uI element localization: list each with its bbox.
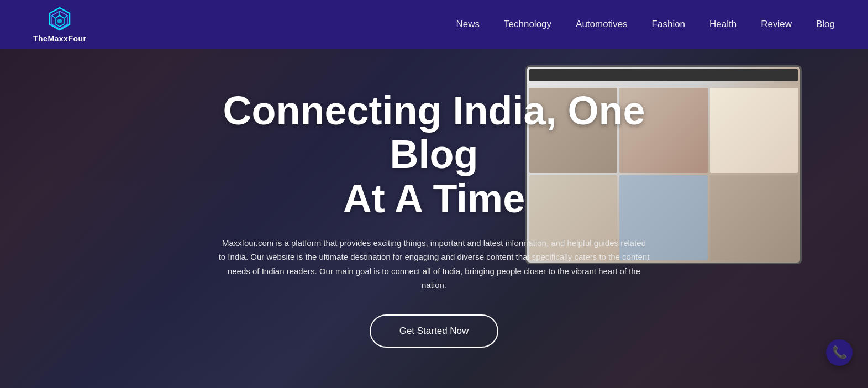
float-call-button[interactable]: 📞 (826, 339, 853, 366)
logo[interactable]: TheMaxxFour (33, 6, 87, 43)
nav-link-technology[interactable]: Technology (504, 19, 551, 29)
nav-link-blog[interactable]: Blog (816, 19, 835, 29)
nav-item-news[interactable]: News (456, 19, 480, 30)
screen-toolbar (529, 69, 798, 81)
navbar: TheMaxxFour News Technology Automotives … (0, 0, 868, 49)
nav-link-automotives[interactable]: Automotives (576, 19, 628, 29)
cta-button[interactable]: Get Started Now (370, 314, 499, 348)
nav-item-health[interactable]: Health (709, 19, 737, 30)
nav-link-news[interactable]: News (456, 19, 480, 29)
screen-cell-6 (710, 175, 798, 260)
hero-section: Connecting India, One Blog At A Time Max… (0, 49, 868, 388)
svg-line-6 (52, 15, 55, 18)
hero-subtitle: Maxxfour.com is a platform that provides… (219, 236, 650, 292)
brand-name: TheMaxxFour (33, 34, 87, 43)
phone-icon: 📞 (832, 345, 847, 360)
nav-item-fashion[interactable]: Fashion (652, 19, 685, 30)
nav-item-technology[interactable]: Technology (504, 19, 551, 30)
hero-content: Connecting India, One Blog At A Time Max… (158, 89, 711, 348)
nav-link-review[interactable]: Review (761, 19, 792, 29)
nav-item-automotives[interactable]: Automotives (576, 19, 628, 30)
svg-point-3 (57, 19, 62, 23)
nav-item-review[interactable]: Review (761, 19, 792, 30)
nav-link-health[interactable]: Health (709, 19, 737, 29)
hero-title: Connecting India, One Blog At A Time (180, 89, 688, 221)
nav-link-fashion[interactable]: Fashion (652, 19, 685, 29)
logo-icon (46, 6, 73, 32)
nav-links: News Technology Automotives Fashion Heal… (456, 19, 835, 30)
screen-cell-3 (710, 88, 798, 173)
hero-title-line1: Connecting India, One Blog (223, 88, 645, 176)
hero-title-line2: At A Time (343, 176, 525, 221)
nav-item-blog[interactable]: Blog (816, 19, 835, 30)
svg-line-5 (64, 15, 67, 18)
